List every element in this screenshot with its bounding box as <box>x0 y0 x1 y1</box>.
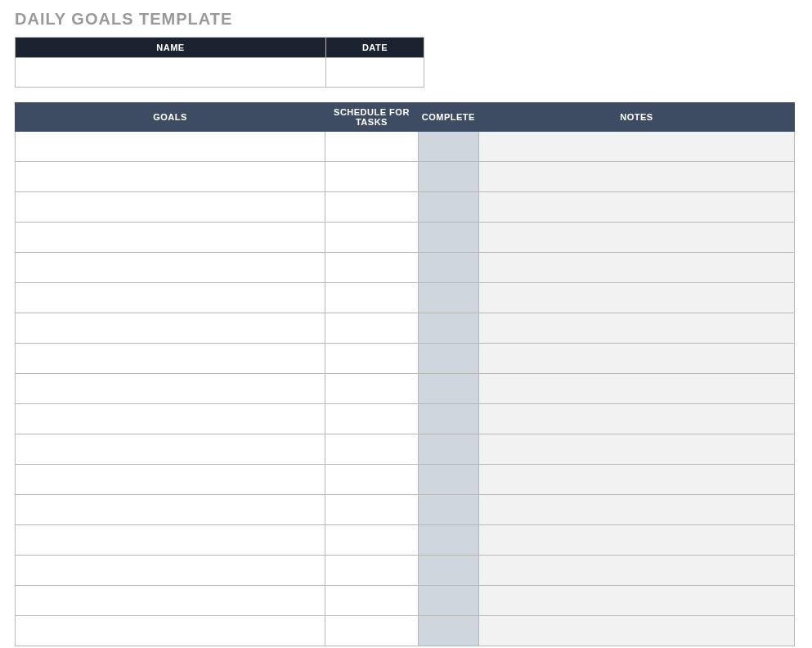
goal-cell[interactable] <box>16 192 325 223</box>
header-complete: COMPLETE <box>418 103 478 132</box>
goal-cell[interactable] <box>16 616 325 646</box>
table-row <box>16 132 795 162</box>
table-row <box>16 253 795 283</box>
complete-cell[interactable] <box>418 525 478 556</box>
complete-cell[interactable] <box>418 313 478 344</box>
notes-cell[interactable] <box>478 313 794 344</box>
notes-cell[interactable] <box>478 192 794 223</box>
notes-cell[interactable] <box>478 404 794 434</box>
goal-cell[interactable] <box>16 283 325 313</box>
schedule-cell[interactable] <box>325 434 419 465</box>
complete-cell[interactable] <box>418 556 478 586</box>
info-row <box>16 58 424 88</box>
goal-cell[interactable] <box>16 374 325 404</box>
schedule-cell[interactable] <box>325 132 419 162</box>
complete-cell[interactable] <box>418 465 478 495</box>
table-row <box>16 192 795 223</box>
notes-cell[interactable] <box>478 162 794 192</box>
info-table: NAME DATE <box>15 37 424 88</box>
schedule-cell[interactable] <box>325 616 419 646</box>
notes-cell[interactable] <box>478 434 794 465</box>
header-schedule: SCHEDULE FOR TASKS <box>325 103 419 132</box>
complete-cell[interactable] <box>418 586 478 616</box>
table-row <box>16 344 795 374</box>
complete-cell[interactable] <box>418 616 478 646</box>
schedule-cell[interactable] <box>325 404 419 434</box>
goals-table: GOALS SCHEDULE FOR TASKS COMPLETE NOTES <box>15 102 795 646</box>
info-header-date: DATE <box>326 38 424 58</box>
complete-cell[interactable] <box>418 344 478 374</box>
goal-cell[interactable] <box>16 253 325 283</box>
complete-cell[interactable] <box>418 434 478 465</box>
schedule-cell[interactable] <box>325 495 419 525</box>
table-row <box>16 374 795 404</box>
complete-cell[interactable] <box>418 132 478 162</box>
info-header-name: NAME <box>16 38 326 58</box>
notes-cell[interactable] <box>478 344 794 374</box>
schedule-cell[interactable] <box>325 556 419 586</box>
table-row <box>16 616 795 646</box>
schedule-cell[interactable] <box>325 525 419 556</box>
complete-cell[interactable] <box>418 162 478 192</box>
goal-cell[interactable] <box>16 404 325 434</box>
goal-cell[interactable] <box>16 525 325 556</box>
table-row <box>16 313 795 344</box>
page-title: DAILY GOALS TEMPLATE <box>15 10 797 29</box>
goal-cell[interactable] <box>16 495 325 525</box>
notes-cell[interactable] <box>478 223 794 253</box>
name-cell[interactable] <box>16 58 326 88</box>
goal-cell[interactable] <box>16 132 325 162</box>
schedule-cell[interactable] <box>325 344 419 374</box>
goal-cell[interactable] <box>16 556 325 586</box>
notes-cell[interactable] <box>478 253 794 283</box>
table-row <box>16 223 795 253</box>
schedule-cell[interactable] <box>325 283 419 313</box>
complete-cell[interactable] <box>418 223 478 253</box>
table-row <box>16 434 795 465</box>
complete-cell[interactable] <box>418 253 478 283</box>
notes-cell[interactable] <box>478 586 794 616</box>
schedule-cell[interactable] <box>325 223 419 253</box>
notes-cell[interactable] <box>478 495 794 525</box>
schedule-cell[interactable] <box>325 253 419 283</box>
notes-cell[interactable] <box>478 465 794 495</box>
goal-cell[interactable] <box>16 223 325 253</box>
complete-cell[interactable] <box>418 495 478 525</box>
table-row <box>16 525 795 556</box>
goal-cell[interactable] <box>16 465 325 495</box>
notes-cell[interactable] <box>478 283 794 313</box>
table-row <box>16 283 795 313</box>
goal-cell[interactable] <box>16 586 325 616</box>
schedule-cell[interactable] <box>325 313 419 344</box>
goal-cell[interactable] <box>16 162 325 192</box>
notes-cell[interactable] <box>478 374 794 404</box>
schedule-cell[interactable] <box>325 192 419 223</box>
table-row <box>16 162 795 192</box>
complete-cell[interactable] <box>418 192 478 223</box>
schedule-cell[interactable] <box>325 465 419 495</box>
complete-cell[interactable] <box>418 283 478 313</box>
header-goals: GOALS <box>16 103 325 132</box>
table-row <box>16 556 795 586</box>
schedule-cell[interactable] <box>325 586 419 616</box>
complete-cell[interactable] <box>418 374 478 404</box>
notes-cell[interactable] <box>478 132 794 162</box>
complete-cell[interactable] <box>418 404 478 434</box>
table-row <box>16 465 795 495</box>
notes-cell[interactable] <box>478 616 794 646</box>
schedule-cell[interactable] <box>325 162 419 192</box>
table-row <box>16 404 795 434</box>
schedule-cell[interactable] <box>325 374 419 404</box>
table-row <box>16 586 795 616</box>
table-row <box>16 495 795 525</box>
date-cell[interactable] <box>326 58 424 88</box>
notes-cell[interactable] <box>478 556 794 586</box>
goal-cell[interactable] <box>16 344 325 374</box>
goal-cell[interactable] <box>16 313 325 344</box>
goal-cell[interactable] <box>16 434 325 465</box>
notes-cell[interactable] <box>478 525 794 556</box>
header-notes: NOTES <box>478 103 794 132</box>
